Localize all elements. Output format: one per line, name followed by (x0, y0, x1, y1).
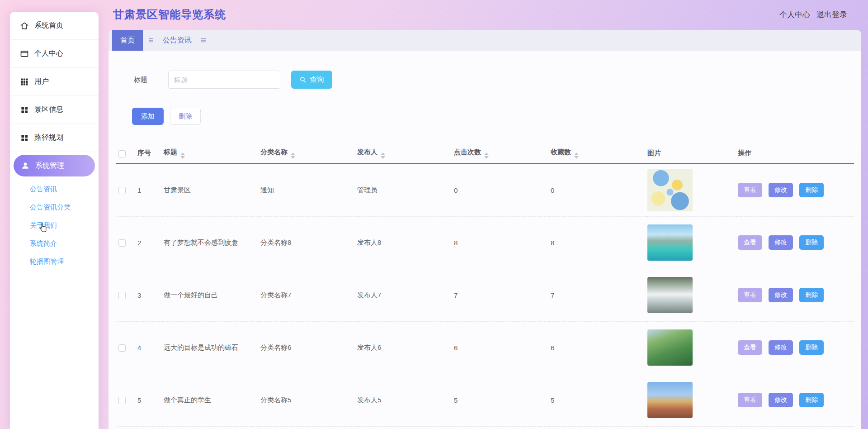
cell-publisher: 发布人6 (356, 321, 453, 374)
row-checkbox[interactable] (118, 397, 126, 404)
view-button[interactable]: 查看 (738, 235, 762, 250)
col-category: 分类名称 (259, 143, 356, 164)
row-delete-button[interactable]: 删除 (799, 288, 824, 302)
view-button[interactable]: 查看 (738, 288, 762, 302)
profile-link[interactable]: 个人中心 (779, 10, 810, 20)
logout-link[interactable]: 退出登录 (816, 10, 847, 20)
sort-icon[interactable] (381, 153, 385, 159)
sidebar-subitem-system-intro[interactable]: 系统简介 (30, 234, 99, 253)
cell-favorites: 7 (550, 269, 646, 321)
sidebar-subitem-about-us[interactable]: 关于我们 (30, 216, 99, 234)
main-content: 首页 公告资讯 标题 查询 添加 删除 (108, 30, 861, 429)
sort-icon[interactable] (484, 153, 489, 159)
row-image (647, 329, 693, 366)
tab-drag-icon (200, 37, 207, 44)
delete-button[interactable]: 删除 (170, 108, 201, 125)
row-delete-button[interactable]: 删除 (799, 340, 824, 355)
tab-announcements[interactable]: 公告资讯 (159, 30, 195, 51)
sort-icon[interactable] (574, 153, 579, 159)
query-button[interactable]: 查询 (291, 71, 332, 89)
sidebar-item-system-management[interactable]: 系统管理 (14, 155, 95, 176)
col-image: 图片 (646, 143, 737, 164)
col-title: 标题 (163, 143, 259, 164)
sidebar-item-scenic-info[interactable]: 景区信息 (10, 96, 99, 124)
cell-index: 1 (137, 164, 163, 216)
sidebar-subitem-announcement-categories[interactable]: 公告资讯分类 (30, 198, 99, 216)
sort-icon[interactable] (180, 153, 185, 159)
cell-index: 3 (137, 269, 163, 321)
search-row: 标题 查询 (134, 71, 861, 89)
edit-button[interactable]: 修改 (769, 393, 793, 407)
cell-clicks: 8 (453, 216, 550, 269)
view-button[interactable]: 查看 (738, 183, 762, 197)
edit-button[interactable]: 修改 (769, 288, 793, 302)
view-button[interactable]: 查看 (738, 393, 762, 407)
announcements-table: 序号 标题 分类名称 发布人 点击次数 收藏数 图片 操作 1 甘肃景区 通知 … (116, 143, 854, 427)
row-checkbox[interactable] (118, 239, 126, 247)
col-index: 序号 (137, 143, 163, 164)
sidebar: 系统首页 个人中心 用户 景区信息 路径规划 系统管理 公告资讯 公告资讯分类 … (10, 12, 99, 429)
cell-publisher: 发布人5 (356, 374, 453, 426)
cell-favorites: 6 (550, 321, 646, 374)
sidebar-item-label: 路径规划 (34, 133, 63, 143)
add-button[interactable]: 添加 (132, 108, 164, 125)
topbar-links: 个人中心 退出登录 (773, 0, 847, 29)
sidebar-subitem-announcements[interactable]: 公告资讯 (30, 180, 99, 198)
tab-home[interactable]: 首页 (112, 30, 143, 51)
sidebar-item-personal-center[interactable]: 个人中心 (10, 40, 99, 68)
row-delete-button[interactable]: 删除 (799, 183, 824, 197)
toolbar: 添加 删除 (132, 108, 861, 125)
cell-index: 2 (137, 216, 163, 269)
col-actions: 操作 (737, 143, 854, 164)
grid9-icon (20, 77, 29, 86)
col-clicks: 点击次数 (453, 143, 550, 164)
row-delete-button[interactable]: 删除 (799, 393, 824, 407)
sidebar-item-home[interactable]: 系统首页 (10, 12, 99, 40)
sidebar-item-route-planning[interactable]: 路径规划 (10, 124, 99, 152)
cell-title: 甘肃景区 (163, 164, 259, 216)
cell-category: 通知 (259, 164, 356, 216)
sidebar-subitem-carousel-management[interactable]: 轮播图管理 (30, 253, 99, 271)
row-checkbox[interactable] (118, 292, 126, 299)
cell-category: 分类名称8 (259, 216, 356, 269)
cell-category: 分类名称5 (259, 374, 356, 426)
view-button[interactable]: 查看 (738, 340, 762, 355)
query-button-label: 查询 (310, 75, 324, 85)
cell-publisher: 发布人8 (356, 216, 453, 269)
sidebar-item-label: 个人中心 (34, 49, 63, 58)
sort-icon[interactable] (291, 153, 295, 159)
cell-clicks: 6 (453, 321, 550, 374)
row-delete-button[interactable]: 删除 (799, 235, 824, 250)
row-checkbox[interactable] (118, 344, 126, 352)
row-checkbox[interactable] (118, 187, 126, 194)
cell-clicks: 0 (453, 164, 550, 216)
cell-title: 做一个最好的自己 (163, 269, 259, 321)
profile-card-icon (20, 49, 29, 58)
grid4-icon (20, 105, 29, 114)
page-title: 甘肃景区智能导览系统 (113, 7, 226, 22)
system-management-submenu: 公告资讯 公告资讯分类 关于我们 系统简介 轮播图管理 (10, 176, 99, 271)
cell-title: 有了梦想就不会感到疲惫 (163, 216, 259, 269)
sidebar-item-label: 景区信息 (34, 105, 63, 114)
select-all-checkbox[interactable] (118, 150, 126, 157)
search-label: 标题 (134, 76, 147, 84)
cell-title: 远大的目标是成功的磁石 (163, 321, 259, 374)
row-image (647, 224, 693, 261)
sidebar-item-users[interactable]: 用户 (10, 68, 99, 96)
table-row: 5 做个真正的学生 分类名称5 发布人5 5 5 查看 修改 删除 (116, 374, 854, 426)
search-icon (299, 76, 307, 83)
col-favorites: 收藏数 (550, 143, 646, 164)
edit-button[interactable]: 修改 (769, 183, 793, 197)
sidebar-item-label: 系统首页 (34, 21, 63, 30)
cell-favorites: 5 (550, 374, 646, 426)
tab-bar: 首页 公告资讯 (108, 30, 861, 51)
sidebar-item-label: 用户 (34, 77, 49, 86)
edit-button[interactable]: 修改 (769, 235, 793, 250)
search-input[interactable] (168, 71, 280, 89)
table-row: 4 远大的目标是成功的磁石 分类名称6 发布人6 6 6 查看 修改 删除 (116, 321, 854, 374)
row-image (647, 382, 693, 418)
cell-favorites: 0 (550, 164, 646, 216)
col-publisher: 发布人 (356, 143, 453, 164)
table-header-row: 序号 标题 分类名称 发布人 点击次数 收藏数 图片 操作 (116, 143, 854, 164)
edit-button[interactable]: 修改 (769, 340, 793, 355)
